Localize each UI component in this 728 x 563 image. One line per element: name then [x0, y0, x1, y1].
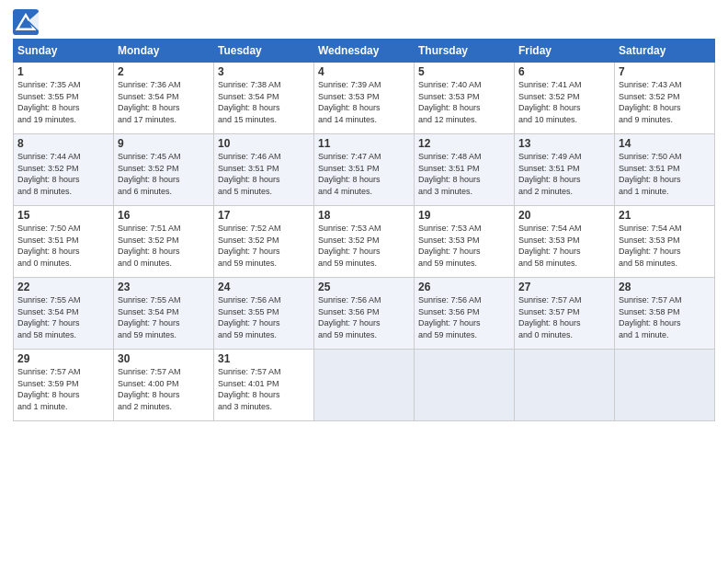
calendar-cell: 16Sunrise: 7:51 AM Sunset: 3:52 PM Dayli…: [114, 206, 214, 278]
calendar-cell: 21Sunrise: 7:54 AM Sunset: 3:53 PM Dayli…: [615, 206, 715, 278]
day-number: 12: [418, 137, 510, 150]
day-info: Sunrise: 7:45 AM Sunset: 3:52 PM Dayligh…: [118, 151, 210, 197]
day-number: 19: [418, 209, 510, 222]
day-number: 28: [619, 281, 711, 293]
calendar-cell: 15Sunrise: 7:50 AM Sunset: 3:51 PM Dayli…: [14, 206, 114, 278]
calendar-cell: 26Sunrise: 7:56 AM Sunset: 3:56 PM Dayli…: [415, 278, 515, 350]
day-number: 29: [17, 352, 109, 365]
day-info: Sunrise: 7:38 AM Sunset: 3:54 PM Dayligh…: [218, 79, 310, 125]
calendar-cell: 17Sunrise: 7:52 AM Sunset: 3:52 PM Dayli…: [214, 206, 314, 278]
calendar-cell: 7Sunrise: 7:43 AM Sunset: 3:52 PM Daylig…: [615, 63, 715, 134]
day-info: Sunrise: 7:57 AM Sunset: 4:00 PM Dayligh…: [118, 366, 210, 412]
day-number: 13: [518, 137, 610, 150]
header-thursday: Thursday: [415, 40, 515, 63]
day-info: Sunrise: 7:54 AM Sunset: 3:53 PM Dayligh…: [518, 223, 610, 269]
day-number: 3: [218, 65, 310, 78]
calendar-cell: 12Sunrise: 7:48 AM Sunset: 3:51 PM Dayli…: [415, 134, 515, 206]
day-number: 21: [619, 209, 711, 222]
day-info: Sunrise: 7:57 AM Sunset: 3:57 PM Dayligh…: [518, 294, 610, 340]
day-number: 8: [17, 137, 109, 150]
calendar-week-3: 15Sunrise: 7:50 AM Sunset: 3:51 PM Dayli…: [14, 206, 715, 278]
day-info: Sunrise: 7:43 AM Sunset: 3:52 PM Dayligh…: [619, 79, 711, 125]
day-info: Sunrise: 7:51 AM Sunset: 3:52 PM Dayligh…: [118, 223, 210, 269]
day-number: 5: [418, 65, 510, 78]
calendar-cell: 30Sunrise: 7:57 AM Sunset: 4:00 PM Dayli…: [114, 350, 214, 421]
calendar-cell: [314, 350, 415, 421]
day-info: Sunrise: 7:50 AM Sunset: 3:51 PM Dayligh…: [619, 151, 711, 197]
calendar-cell: 13Sunrise: 7:49 AM Sunset: 3:51 PM Dayli…: [515, 134, 615, 206]
calendar-cell: 1Sunrise: 7:35 AM Sunset: 3:55 PM Daylig…: [14, 63, 114, 134]
calendar-week-4: 22Sunrise: 7:55 AM Sunset: 3:54 PM Dayli…: [14, 278, 715, 350]
day-info: Sunrise: 7:36 AM Sunset: 3:54 PM Dayligh…: [118, 79, 210, 125]
calendar-cell: 8Sunrise: 7:44 AM Sunset: 3:52 PM Daylig…: [14, 134, 114, 206]
calendar-cell: 11Sunrise: 7:47 AM Sunset: 3:51 PM Dayli…: [314, 134, 415, 206]
day-number: 31: [218, 352, 310, 365]
day-info: Sunrise: 7:41 AM Sunset: 3:52 PM Dayligh…: [518, 79, 610, 125]
day-info: Sunrise: 7:53 AM Sunset: 3:53 PM Dayligh…: [418, 223, 510, 269]
day-number: 26: [418, 281, 510, 293]
day-number: 14: [619, 137, 711, 150]
day-info: Sunrise: 7:52 AM Sunset: 3:52 PM Dayligh…: [218, 223, 310, 269]
calendar-cell: 19Sunrise: 7:53 AM Sunset: 3:53 PM Dayli…: [415, 206, 515, 278]
page-header: [13, 9, 715, 35]
day-info: Sunrise: 7:56 AM Sunset: 3:56 PM Dayligh…: [318, 294, 410, 340]
day-info: Sunrise: 7:48 AM Sunset: 3:51 PM Dayligh…: [418, 151, 510, 197]
day-number: 10: [218, 137, 310, 150]
calendar-cell: 2Sunrise: 7:36 AM Sunset: 3:54 PM Daylig…: [114, 63, 214, 134]
day-number: 24: [218, 281, 310, 293]
logo: [13, 9, 42, 35]
calendar-cell: 5Sunrise: 7:40 AM Sunset: 3:53 PM Daylig…: [415, 63, 515, 134]
day-number: 20: [518, 209, 610, 222]
day-info: Sunrise: 7:44 AM Sunset: 3:52 PM Dayligh…: [17, 151, 109, 197]
day-info: Sunrise: 7:40 AM Sunset: 3:53 PM Dayligh…: [418, 79, 510, 125]
calendar-cell: 31Sunrise: 7:57 AM Sunset: 4:01 PM Dayli…: [214, 350, 314, 421]
day-number: 17: [218, 209, 310, 222]
day-info: Sunrise: 7:50 AM Sunset: 3:51 PM Dayligh…: [17, 223, 109, 269]
day-number: 11: [318, 137, 410, 150]
day-info: Sunrise: 7:49 AM Sunset: 3:51 PM Dayligh…: [518, 151, 610, 197]
day-info: Sunrise: 7:57 AM Sunset: 3:58 PM Dayligh…: [619, 294, 711, 340]
day-info: Sunrise: 7:55 AM Sunset: 3:54 PM Dayligh…: [118, 294, 210, 340]
calendar-cell: 6Sunrise: 7:41 AM Sunset: 3:52 PM Daylig…: [515, 63, 615, 134]
page-container: SundayMondayTuesdayWednesdayThursdayFrid…: [0, 0, 728, 427]
calendar-header-row: SundayMondayTuesdayWednesdayThursdayFrid…: [14, 40, 715, 63]
header-friday: Friday: [515, 40, 615, 63]
calendar-cell: 24Sunrise: 7:56 AM Sunset: 3:55 PM Dayli…: [214, 278, 314, 350]
logo-icon: [13, 9, 39, 35]
calendar-table: SundayMondayTuesdayWednesdayThursdayFrid…: [13, 39, 715, 421]
day-number: 22: [17, 281, 109, 293]
header-tuesday: Tuesday: [214, 40, 314, 63]
day-info: Sunrise: 7:55 AM Sunset: 3:54 PM Dayligh…: [17, 294, 109, 340]
day-number: 6: [518, 65, 610, 78]
day-number: 27: [518, 281, 610, 293]
day-info: Sunrise: 7:46 AM Sunset: 3:51 PM Dayligh…: [218, 151, 310, 197]
calendar-cell: 29Sunrise: 7:57 AM Sunset: 3:59 PM Dayli…: [14, 350, 114, 421]
day-number: 7: [619, 65, 711, 78]
header-sunday: Sunday: [14, 40, 114, 63]
calendar-week-5: 29Sunrise: 7:57 AM Sunset: 3:59 PM Dayli…: [14, 350, 715, 421]
day-info: Sunrise: 7:56 AM Sunset: 3:56 PM Dayligh…: [418, 294, 510, 340]
day-number: 23: [118, 281, 210, 293]
day-info: Sunrise: 7:53 AM Sunset: 3:52 PM Dayligh…: [318, 223, 410, 269]
day-info: Sunrise: 7:39 AM Sunset: 3:53 PM Dayligh…: [318, 79, 410, 125]
day-info: Sunrise: 7:57 AM Sunset: 3:59 PM Dayligh…: [17, 366, 109, 412]
day-info: Sunrise: 7:47 AM Sunset: 3:51 PM Dayligh…: [318, 151, 410, 197]
calendar-cell: 23Sunrise: 7:55 AM Sunset: 3:54 PM Dayli…: [114, 278, 214, 350]
day-number: 18: [318, 209, 410, 222]
day-info: Sunrise: 7:57 AM Sunset: 4:01 PM Dayligh…: [218, 366, 310, 412]
calendar-cell: 4Sunrise: 7:39 AM Sunset: 3:53 PM Daylig…: [314, 63, 415, 134]
day-number: 25: [318, 281, 410, 293]
calendar-cell: 14Sunrise: 7:50 AM Sunset: 3:51 PM Dayli…: [615, 134, 715, 206]
day-number: 2: [118, 65, 210, 78]
calendar-cell: [515, 350, 615, 421]
calendar-cell: [415, 350, 515, 421]
calendar-cell: 20Sunrise: 7:54 AM Sunset: 3:53 PM Dayli…: [515, 206, 615, 278]
header-monday: Monday: [114, 40, 214, 63]
calendar-cell: 22Sunrise: 7:55 AM Sunset: 3:54 PM Dayli…: [14, 278, 114, 350]
calendar-cell: 28Sunrise: 7:57 AM Sunset: 3:58 PM Dayli…: [615, 278, 715, 350]
calendar-cell: 3Sunrise: 7:38 AM Sunset: 3:54 PM Daylig…: [214, 63, 314, 134]
calendar-cell: 25Sunrise: 7:56 AM Sunset: 3:56 PM Dayli…: [314, 278, 415, 350]
calendar-cell: 18Sunrise: 7:53 AM Sunset: 3:52 PM Dayli…: [314, 206, 415, 278]
day-info: Sunrise: 7:56 AM Sunset: 3:55 PM Dayligh…: [218, 294, 310, 340]
header-saturday: Saturday: [615, 40, 715, 63]
